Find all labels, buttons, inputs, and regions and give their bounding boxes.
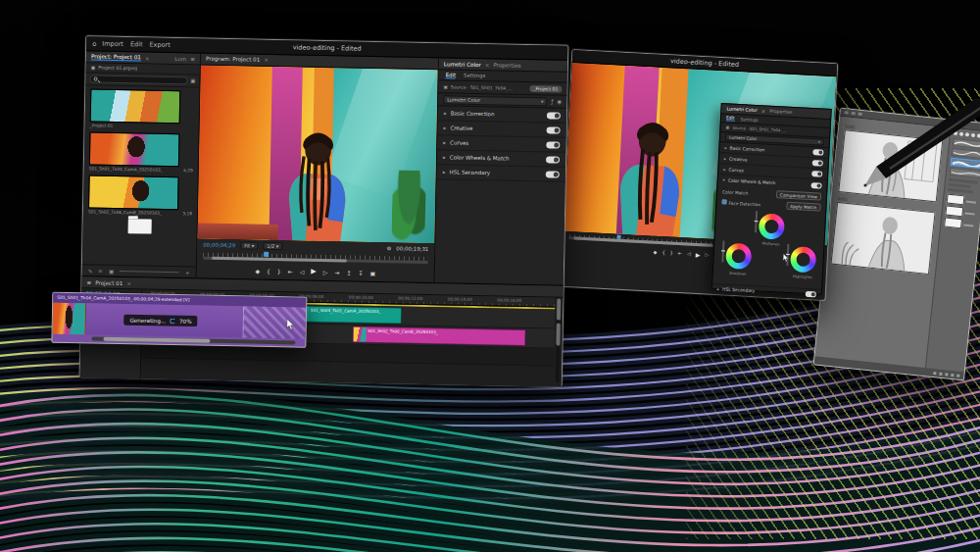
fit-dropdown[interactable]: Fit ▾	[240, 242, 258, 250]
step-forward-button[interactable]: ▷	[323, 269, 328, 276]
tab-properties[interactable]: Properties	[493, 62, 520, 69]
section-toggle[interactable]	[546, 171, 560, 177]
section-toggle[interactable]	[547, 112, 561, 119]
tab-properties[interactable]: Properties	[769, 109, 792, 115]
tab-project[interactable]: Project: Project 01	[91, 53, 141, 61]
close-icon[interactable]: ×	[760, 108, 765, 114]
shadows-wheel[interactable]	[725, 243, 752, 270]
clip-thumbnail[interactable]	[89, 131, 180, 167]
highlights-wheel[interactable]	[790, 246, 816, 273]
close-icon[interactable]: ×	[485, 62, 490, 68]
project-item[interactable]: _Project 01	[90, 88, 195, 129]
section-hsl-secondary[interactable]: ▸ HSL Secondary	[437, 165, 565, 182]
lift-button[interactable]: ↥	[346, 269, 351, 276]
section-toggle[interactable]	[806, 290, 816, 297]
section-toggle[interactable]	[546, 156, 560, 163]
lumetri-preset-dropdown[interactable]: Lumetri Color▾	[443, 95, 547, 106]
color-match-label: Color Match	[722, 189, 748, 195]
clip-thumbnail[interactable]	[88, 175, 179, 210]
storyboard-frame[interactable]	[838, 129, 943, 202]
settings-icon[interactable]: ⚙	[386, 245, 391, 251]
subtab-edit[interactable]: Edit	[446, 72, 457, 78]
mark-out-button[interactable]: }	[277, 268, 281, 275]
tab-program[interactable]: Program: Project 01	[206, 56, 260, 63]
section-toggle[interactable]	[812, 149, 823, 156]
tab-timeline[interactable]: Project 01	[95, 279, 122, 286]
tab-lumetri-truncated[interactable]: Lum	[174, 56, 186, 62]
list-view-icon[interactable]: ≡	[98, 268, 103, 274]
step-back-button[interactable]: ◁	[300, 268, 305, 275]
generative-extend-clip[interactable]: S01_Sh01_Tk04_CamA_20250103_-00;00;04;29…	[51, 292, 307, 348]
eye-icon[interactable]: ◉	[557, 99, 562, 105]
tab-lumetri-color[interactable]: Lumetri Color	[726, 106, 757, 113]
chevron-right-icon: ▸	[443, 154, 446, 160]
timeline-clip-teal[interactable]: S01_Sh04_Tk01_CamA_20250103_	[295, 305, 403, 324]
clip-name: _Project 01	[90, 123, 114, 127]
storyboard-sketch	[832, 203, 935, 274]
midtones-wheel[interactable]	[759, 213, 785, 239]
step-forward-button[interactable]: ▷	[705, 251, 709, 257]
chevron-right-icon: ▸	[717, 286, 719, 291]
playhead[interactable]	[264, 252, 269, 257]
close-icon[interactable]: ×	[264, 57, 269, 63]
sequence-pill[interactable]: _Project 01	[529, 85, 562, 93]
clip-thumbnail[interactable]	[90, 88, 181, 124]
timeline-vertical-scrollbar[interactable]	[556, 299, 562, 383]
current-timecode[interactable]: 00;00;04;29	[203, 242, 235, 249]
subtab-settings[interactable]: Settings	[740, 117, 758, 123]
section-toggle[interactable]	[546, 141, 560, 148]
new-bin-icon[interactable]: ▣	[190, 77, 195, 83]
timeline-clip-magenta[interactable]: S01_Sh02_Tk06_CamB_20250103_	[352, 326, 525, 346]
color-wheels: Shadows Midtones Highlights	[712, 207, 825, 289]
ruler-tick-label: 00;00;10;00	[349, 295, 373, 300]
folder-icon[interactable]	[128, 219, 152, 233]
section-toggle[interactable]	[547, 126, 561, 133]
zoom-slider[interactable]	[120, 271, 179, 273]
layer-item[interactable]	[944, 217, 977, 231]
storyboard-frame[interactable]	[830, 202, 935, 275]
ruler-tick-label: 00;00;12;00	[398, 295, 422, 300]
project-item[interactable]: S01_Sh02_Tk06_CamB_20250103_3;18	[88, 175, 193, 216]
subtab-edit[interactable]: Edit	[726, 115, 735, 121]
wheel-label: Midtones	[756, 240, 785, 247]
project-item[interactable]: S01_Sh01_Tk04_CamA_20250103_4;29	[89, 131, 194, 173]
add-marker-button[interactable]: ◆	[255, 267, 260, 274]
subtab-settings[interactable]: Settings	[464, 73, 485, 78]
grid-view-icon[interactable]: ▣	[91, 65, 96, 70]
new-item-icon[interactable]: +	[185, 270, 190, 276]
face-detection-checkbox[interactable]: Face Detection	[721, 199, 760, 207]
generating-label: Generating...	[129, 317, 166, 324]
section-toggle[interactable]	[812, 160, 823, 167]
search-icon	[94, 76, 98, 80]
close-icon[interactable]: ×	[126, 280, 131, 286]
section-toggle[interactable]	[810, 182, 821, 189]
step-back-button[interactable]: ◁	[687, 250, 691, 256]
play-button[interactable]: ▶	[696, 250, 701, 257]
panel-menu-icon[interactable]: ≡	[190, 56, 195, 62]
section-toggle[interactable]	[811, 171, 822, 177]
extended-region-stripes[interactable]	[243, 306, 307, 338]
pencil-icon[interactable]: ✎	[88, 268, 93, 274]
mark-in-button[interactable]: {	[662, 249, 664, 255]
mark-out-button[interactable]: }	[670, 250, 673, 256]
close-icon[interactable]: ×	[145, 55, 150, 61]
playback-resolution-dropdown[interactable]: 1/2 ▾	[263, 242, 282, 250]
fx-icon[interactable]: ƒ	[551, 98, 553, 104]
brush-stroke-preset[interactable]	[950, 168, 980, 178]
add-marker-button[interactable]: ◆	[653, 249, 657, 255]
go-to-in-button[interactable]: ⇤	[288, 268, 293, 275]
chevron-down-icon: ▾	[541, 98, 544, 104]
go-to-out-button[interactable]: ⇥	[334, 269, 339, 276]
search-input[interactable]	[89, 75, 187, 84]
chevron-right-icon: ▸	[443, 139, 446, 145]
extract-button[interactable]: ↧	[358, 269, 363, 276]
mark-in-button[interactable]: {	[267, 267, 270, 274]
midtones-slider[interactable]	[755, 211, 758, 232]
thumb-view-icon[interactable]: ▣	[109, 268, 114, 274]
shadows-slider[interactable]	[721, 240, 724, 262]
chevron-right-icon: ▸	[443, 169, 446, 175]
tab-lumetri-color[interactable]: Lumetri Color	[444, 61, 481, 68]
play-button[interactable]: ▶	[311, 268, 317, 276]
export-frame-button[interactable]: ▣	[369, 269, 375, 276]
go-to-in-button[interactable]: ⇤	[678, 250, 683, 256]
